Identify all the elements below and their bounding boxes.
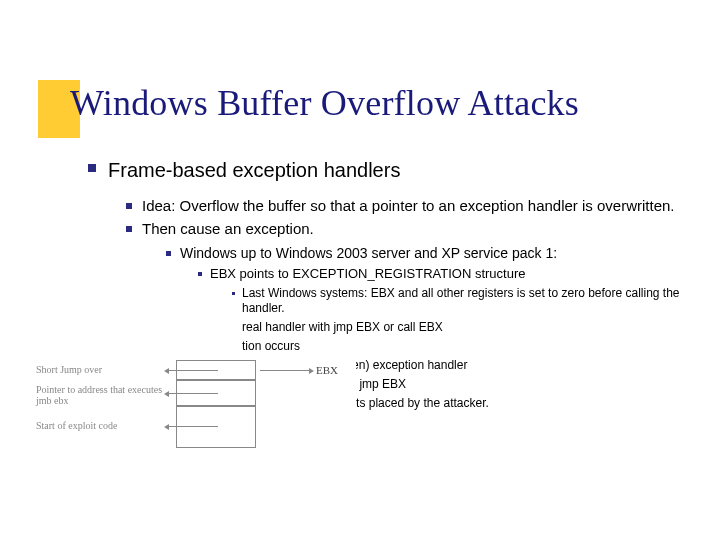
bullet-text: tion occurs [242,339,300,354]
bullet-level1: Frame-based exception handlers [88,158,690,183]
bullet-icon [88,164,96,172]
bullet-text: Idea: Overflow the buffer so that a poin… [142,197,675,216]
bullet-text: Windows up to Windows 2003 server and XP… [180,245,557,263]
diagram-label: Pointer to address that executes jmb ebx [36,384,166,406]
arrow-icon [168,370,218,371]
diagram-box [176,406,256,448]
diagram-ebx-label: EBX [316,364,338,376]
arrow-icon [168,426,218,427]
bullet-level3: Windows up to Windows 2003 server and XP… [166,245,690,263]
bullet-icon [126,203,132,209]
bullet-icon [198,272,202,276]
bullet-level2: Then cause an exception. [126,220,690,239]
diagram-label: Start of exploit code [36,420,117,431]
stack-diagram: Short Jump over Pointer to address that … [36,360,356,480]
arrow-icon [168,393,218,394]
bullet-text: Frame-based exception handlers [108,158,400,183]
bullet-text: Then cause an exception. [142,220,314,239]
bullet-icon [166,251,171,256]
arrow-icon [260,370,310,371]
diagram-label: Short Jump over [36,364,102,375]
bullet-text: real handler with jmp EBX or call EBX [242,320,443,335]
bullet-text: EBX points to EXCEPTION_REGISTRATION str… [210,266,525,282]
bullet-icon [126,226,132,232]
bullet-level4: EBX points to EXCEPTION_REGISTRATION str… [198,266,690,282]
bullet-level5: tion occurs [232,339,690,354]
bullet-level2: Idea: Overflow the buffer so that a poin… [126,197,690,216]
slide-title: Windows Buffer Overflow Attacks [70,82,579,124]
bullet-icon [232,292,235,295]
bullet-level5: Last Windows systems: EBX and all other … [232,286,690,316]
bullet-level5: real handler with jmp EBX or call EBX [232,320,690,335]
bullet-text: Last Windows systems: EBX and all other … [242,286,690,316]
